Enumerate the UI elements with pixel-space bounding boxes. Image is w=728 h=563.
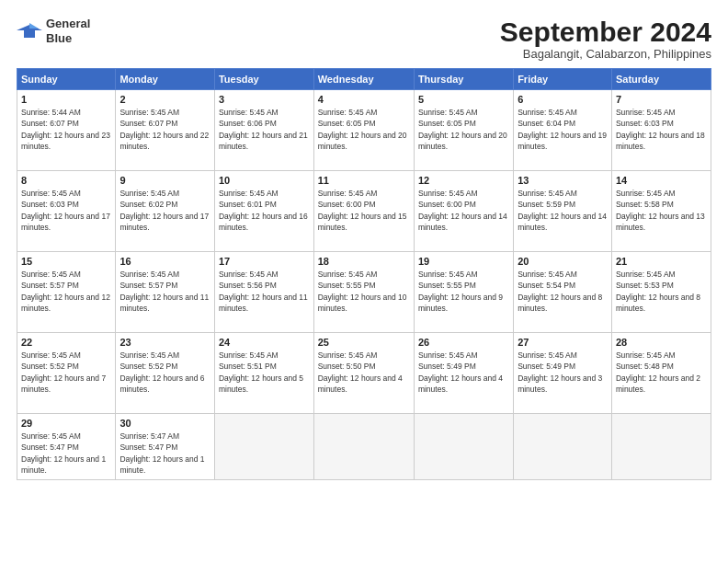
title-block: September 2024 Bagalangit, Calabarzon, P… xyxy=(500,17,711,61)
calendar-cell: 24Sunrise: 5:45 AMSunset: 5:51 PMDayligh… xyxy=(214,333,313,414)
day-number: 17 xyxy=(219,256,310,267)
calendar-cell: 15Sunrise: 5:45 AMSunset: 5:57 PMDayligh… xyxy=(17,252,116,333)
day-number: 12 xyxy=(418,175,509,186)
logo: General Blue xyxy=(17,17,90,45)
day-info: Sunrise: 5:45 AMSunset: 6:03 PMDaylight:… xyxy=(21,188,111,233)
day-info: Sunrise: 5:44 AMSunset: 6:07 PMDaylight:… xyxy=(21,107,111,152)
day-info: Sunrise: 5:45 AMSunset: 6:00 PMDaylight:… xyxy=(318,188,410,233)
day-info: Sunrise: 5:45 AMSunset: 5:47 PMDaylight:… xyxy=(21,431,111,476)
calendar-week-row: 8Sunrise: 5:45 AMSunset: 6:03 PMDaylight… xyxy=(17,171,711,252)
calendar-cell: 25Sunrise: 5:45 AMSunset: 5:50 PMDayligh… xyxy=(313,333,414,414)
day-number: 23 xyxy=(119,337,210,348)
calendar-cell xyxy=(214,414,313,480)
day-info: Sunrise: 5:45 AMSunset: 6:07 PMDaylight:… xyxy=(119,107,210,152)
day-info: Sunrise: 5:45 AMSunset: 5:51 PMDaylight:… xyxy=(219,350,310,395)
header-friday: Friday xyxy=(514,69,612,90)
day-info: Sunrise: 5:45 AMSunset: 5:57 PMDaylight:… xyxy=(21,269,111,314)
day-info: Sunrise: 5:45 AMSunset: 5:55 PMDaylight:… xyxy=(318,269,410,314)
day-info: Sunrise: 5:45 AMSunset: 6:06 PMDaylight:… xyxy=(219,107,310,152)
header-sunday: Sunday xyxy=(17,69,116,90)
calendar-cell: 3Sunrise: 5:45 AMSunset: 6:06 PMDaylight… xyxy=(214,90,313,171)
day-info: Sunrise: 5:45 AMSunset: 6:05 PMDaylight:… xyxy=(418,107,509,152)
calendar-cell: 7Sunrise: 5:45 AMSunset: 6:03 PMDaylight… xyxy=(611,90,711,171)
day-number: 18 xyxy=(318,256,410,267)
day-number: 26 xyxy=(418,337,509,348)
day-number: 11 xyxy=(318,175,410,186)
calendar-week-row: 15Sunrise: 5:45 AMSunset: 5:57 PMDayligh… xyxy=(17,252,711,333)
logo-icon xyxy=(17,21,42,41)
calendar-cell: 21Sunrise: 5:45 AMSunset: 5:53 PMDayligh… xyxy=(611,252,711,333)
calendar-header-row: Sunday Monday Tuesday Wednesday Thursday… xyxy=(17,69,711,90)
header-wednesday: Wednesday xyxy=(313,69,414,90)
day-info: Sunrise: 5:45 AMSunset: 5:52 PMDaylight:… xyxy=(119,350,210,395)
location: Bagalangit, Calabarzon, Philippines xyxy=(500,47,711,61)
day-info: Sunrise: 5:45 AMSunset: 5:58 PMDaylight:… xyxy=(616,188,707,233)
calendar-cell xyxy=(313,414,414,480)
day-info: Sunrise: 5:45 AMSunset: 5:57 PMDaylight:… xyxy=(119,269,210,314)
calendar-table: Sunday Monday Tuesday Wednesday Thursday… xyxy=(17,68,711,480)
day-number: 14 xyxy=(616,175,707,186)
day-info: Sunrise: 5:45 AMSunset: 5:53 PMDaylight:… xyxy=(616,269,707,314)
calendar-cell: 14Sunrise: 5:45 AMSunset: 5:58 PMDayligh… xyxy=(611,171,711,252)
day-info: Sunrise: 5:45 AMSunset: 6:04 PMDaylight:… xyxy=(518,107,608,152)
calendar-cell: 8Sunrise: 5:45 AMSunset: 6:03 PMDaylight… xyxy=(17,171,116,252)
day-number: 10 xyxy=(219,175,310,186)
calendar-cell: 17Sunrise: 5:45 AMSunset: 5:56 PMDayligh… xyxy=(214,252,313,333)
calendar-cell: 11Sunrise: 5:45 AMSunset: 6:00 PMDayligh… xyxy=(313,171,414,252)
day-number: 1 xyxy=(21,94,111,105)
day-number: 7 xyxy=(616,94,707,105)
header-saturday: Saturday xyxy=(611,69,711,90)
month-title: September 2024 xyxy=(500,17,711,47)
day-number: 8 xyxy=(21,175,111,186)
logo-text: General Blue xyxy=(46,17,90,45)
day-info: Sunrise: 5:45 AMSunset: 5:49 PMDaylight:… xyxy=(418,350,509,395)
day-number: 29 xyxy=(21,418,111,429)
header-thursday: Thursday xyxy=(414,69,513,90)
calendar-cell: 19Sunrise: 5:45 AMSunset: 5:55 PMDayligh… xyxy=(414,252,513,333)
day-number: 13 xyxy=(518,175,608,186)
day-info: Sunrise: 5:47 AMSunset: 5:47 PMDaylight:… xyxy=(119,431,210,476)
day-number: 20 xyxy=(518,256,608,267)
day-number: 28 xyxy=(616,337,707,348)
page: General Blue September 2024 Bagalangit, … xyxy=(0,0,728,563)
day-number: 3 xyxy=(219,94,310,105)
calendar-cell: 29Sunrise: 5:45 AMSunset: 5:47 PMDayligh… xyxy=(17,414,116,480)
day-number: 2 xyxy=(119,94,210,105)
calendar-cell: 18Sunrise: 5:45 AMSunset: 5:55 PMDayligh… xyxy=(313,252,414,333)
day-info: Sunrise: 5:45 AMSunset: 6:00 PMDaylight:… xyxy=(418,188,509,233)
header: General Blue September 2024 Bagalangit, … xyxy=(17,17,711,61)
day-number: 4 xyxy=(318,94,410,105)
day-info: Sunrise: 5:45 AMSunset: 6:03 PMDaylight:… xyxy=(616,107,707,152)
day-info: Sunrise: 5:45 AMSunset: 5:55 PMDaylight:… xyxy=(418,269,509,314)
day-info: Sunrise: 5:45 AMSunset: 5:56 PMDaylight:… xyxy=(219,269,310,314)
calendar-cell: 1Sunrise: 5:44 AMSunset: 6:07 PMDaylight… xyxy=(17,90,116,171)
calendar-cell: 6Sunrise: 5:45 AMSunset: 6:04 PMDaylight… xyxy=(514,90,612,171)
header-tuesday: Tuesday xyxy=(214,69,313,90)
day-number: 25 xyxy=(318,337,410,348)
day-number: 5 xyxy=(418,94,509,105)
calendar-cell: 23Sunrise: 5:45 AMSunset: 5:52 PMDayligh… xyxy=(116,333,215,414)
calendar-cell: 26Sunrise: 5:45 AMSunset: 5:49 PMDayligh… xyxy=(414,333,513,414)
day-info: Sunrise: 5:45 AMSunset: 6:02 PMDaylight:… xyxy=(119,188,210,233)
calendar-cell: 16Sunrise: 5:45 AMSunset: 5:57 PMDayligh… xyxy=(116,252,215,333)
calendar-cell: 10Sunrise: 5:45 AMSunset: 6:01 PMDayligh… xyxy=(214,171,313,252)
calendar-cell: 28Sunrise: 5:45 AMSunset: 5:48 PMDayligh… xyxy=(611,333,711,414)
day-info: Sunrise: 5:45 AMSunset: 5:48 PMDaylight:… xyxy=(616,350,707,395)
day-number: 24 xyxy=(219,337,310,348)
day-info: Sunrise: 5:45 AMSunset: 5:52 PMDaylight:… xyxy=(21,350,111,395)
day-number: 21 xyxy=(616,256,707,267)
day-number: 9 xyxy=(119,175,210,186)
calendar-cell: 27Sunrise: 5:45 AMSunset: 5:49 PMDayligh… xyxy=(514,333,612,414)
calendar-cell xyxy=(611,414,711,480)
calendar-cell: 20Sunrise: 5:45 AMSunset: 5:54 PMDayligh… xyxy=(514,252,612,333)
svg-marker-1 xyxy=(29,23,39,29)
calendar-week-row: 22Sunrise: 5:45 AMSunset: 5:52 PMDayligh… xyxy=(17,333,711,414)
day-info: Sunrise: 5:45 AMSunset: 5:54 PMDaylight:… xyxy=(518,269,608,314)
calendar-week-row: 1Sunrise: 5:44 AMSunset: 6:07 PMDaylight… xyxy=(17,90,711,171)
calendar-cell: 2Sunrise: 5:45 AMSunset: 6:07 PMDaylight… xyxy=(116,90,215,171)
calendar-cell: 4Sunrise: 5:45 AMSunset: 6:05 PMDaylight… xyxy=(313,90,414,171)
day-number: 30 xyxy=(119,418,210,429)
calendar-cell: 22Sunrise: 5:45 AMSunset: 5:52 PMDayligh… xyxy=(17,333,116,414)
calendar-cell xyxy=(514,414,612,480)
calendar-week-row: 29Sunrise: 5:45 AMSunset: 5:47 PMDayligh… xyxy=(17,414,711,480)
